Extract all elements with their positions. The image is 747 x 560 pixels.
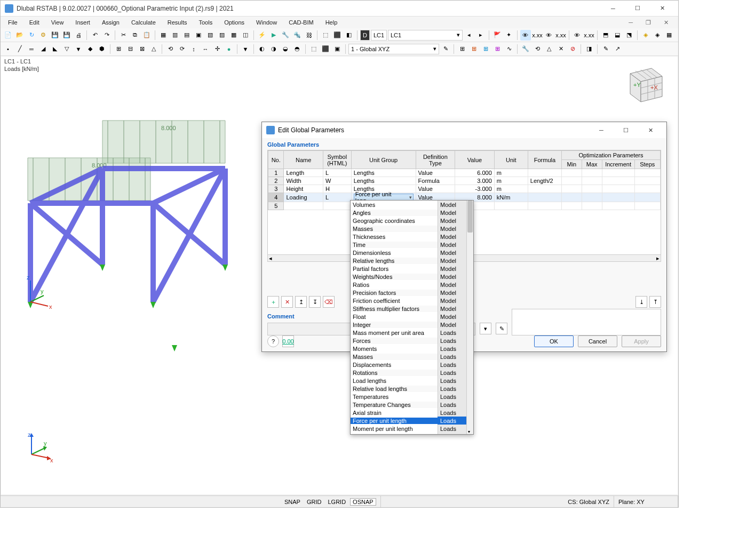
t2j-icon[interactable]: ⟲: [165, 44, 176, 54]
name-cell[interactable]: Loading: [284, 193, 323, 202]
disp3-icon[interactable]: 👁: [544, 30, 554, 41]
undo-icon[interactable]: ↶: [90, 30, 100, 41]
formula-cell[interactable]: [528, 185, 561, 193]
dialog-minimize-button[interactable]: ─: [590, 123, 613, 138]
t2f-icon[interactable]: ⬢: [97, 44, 107, 54]
dropdown-item[interactable]: Geographic coordinatesModel: [351, 217, 466, 225]
dropdown-item[interactable]: Relative lengthsModel: [351, 257, 466, 265]
refresh-icon[interactable]: ↻: [26, 30, 37, 41]
min-cell[interactable]: [561, 185, 582, 193]
deftype-cell[interactable]: Value: [416, 185, 455, 193]
symbol-cell[interactable]: [323, 202, 352, 210]
value-cell[interactable]: 6.000: [455, 169, 495, 177]
comment-edit-button[interactable]: ✎: [496, 323, 507, 334]
menu-cadbim[interactable]: CAD-BIM: [283, 18, 319, 27]
dropdown-item[interactable]: Partial factorsModel: [351, 265, 466, 273]
t2d-icon[interactable]: ▼: [73, 44, 84, 54]
col-deftype[interactable]: Definition Type: [416, 151, 455, 169]
t2c-icon[interactable]: ▽: [61, 44, 72, 54]
dropdown-item[interactable]: Temperature ChangesLoads: [351, 401, 466, 409]
grid1-icon[interactable]: ⊞: [457, 44, 467, 54]
flag-icon[interactable]: 🚩: [492, 30, 503, 41]
cancel-button[interactable]: Cancel: [578, 335, 617, 347]
snap-toggle[interactable]: SNAP: [282, 499, 303, 505]
t2m-icon[interactable]: ↔: [200, 44, 211, 54]
view3-icon[interactable]: ◧: [344, 30, 354, 41]
t2s-icon[interactable]: ◓: [292, 44, 303, 54]
dropdown-item[interactable]: IntegerModel: [351, 321, 466, 329]
max-cell[interactable]: [582, 202, 602, 210]
export-button[interactable]: ⤓: [635, 296, 647, 308]
dropdown-item[interactable]: FloatModel: [351, 313, 466, 321]
dropdown-item[interactable]: MassesModel: [351, 225, 466, 233]
steps-cell[interactable]: [634, 185, 660, 193]
col-unit[interactable]: Unit: [494, 151, 528, 169]
inc-cell[interactable]: [602, 177, 634, 185]
units-button[interactable]: 0.00: [282, 335, 294, 347]
tool-e-icon[interactable]: ▧: [205, 30, 216, 41]
maximize-button[interactable]: ☐: [626, 1, 649, 16]
dropdown-item[interactable]: TemperaturesLoads: [351, 393, 466, 401]
max-cell[interactable]: [582, 185, 602, 193]
unit-cell[interactable]: kN/m: [494, 193, 528, 202]
menu-options[interactable]: Options: [219, 18, 250, 27]
table-icon[interactable]: ▦: [664, 30, 674, 41]
value-cell[interactable]: 3.000: [455, 177, 495, 185]
dropdown-item[interactable]: Moment per unit lengthLoads: [351, 425, 466, 433]
loadcase-combo[interactable]: LC1▾: [388, 30, 463, 41]
value-cell[interactable]: -3.000: [455, 185, 495, 193]
tool-h-icon[interactable]: ◫: [240, 30, 251, 41]
steps-cell[interactable]: [634, 202, 660, 210]
cut-icon[interactable]: ✂: [118, 30, 129, 41]
formula-cell[interactable]: [528, 193, 561, 202]
unit-group-dropdown[interactable]: VolumesModelAnglesModelGeographic coordi…: [350, 200, 474, 435]
menu-help[interactable]: Help: [320, 18, 343, 27]
dialog-maximize-button[interactable]: ☐: [614, 123, 638, 138]
paste-icon[interactable]: 📋: [141, 30, 152, 41]
t2a-icon[interactable]: ◢: [38, 44, 49, 54]
col-no[interactable]: No.: [268, 151, 284, 169]
tool-b-icon[interactable]: ▥: [170, 30, 180, 41]
disp6-icon[interactable]: x.xx: [584, 30, 594, 41]
t2w-icon[interactable]: ✎: [440, 44, 451, 54]
minimize-button[interactable]: ─: [601, 1, 625, 16]
formula-cell[interactable]: [528, 169, 561, 177]
misc4-icon[interactable]: ✕: [555, 44, 566, 54]
t2o-icon[interactable]: ●: [224, 44, 234, 54]
calc4-icon[interactable]: ⛓: [304, 30, 314, 41]
calc3-icon[interactable]: 🔩: [292, 30, 303, 41]
row-header[interactable]: 3: [268, 185, 284, 193]
unit-cell[interactable]: m: [494, 185, 528, 193]
steps-cell[interactable]: [634, 177, 660, 185]
dropdown-item[interactable]: RotationsLoads: [351, 369, 466, 377]
star-icon[interactable]: ✦: [504, 30, 514, 41]
copy-icon[interactable]: ⧉: [130, 30, 140, 41]
dropdown-item[interactable]: VolumesModel: [351, 201, 466, 209]
move-down-button[interactable]: ↧: [309, 296, 321, 308]
steps-cell[interactable]: [634, 193, 660, 202]
menu-view[interactable]: View: [46, 18, 69, 27]
cube-icon[interactable]: ◈: [640, 30, 651, 41]
symbol-cell[interactable]: L: [323, 193, 352, 202]
next-icon[interactable]: ▸: [475, 30, 486, 41]
dropdown-item[interactable]: Axial strainLoads: [351, 409, 466, 417]
tool-f-icon[interactable]: ▨: [217, 30, 227, 41]
line-icon[interactable]: ╱: [14, 44, 25, 54]
t2t-icon[interactable]: ⬚: [308, 44, 319, 54]
dropdown-item[interactable]: AnglesModel: [351, 209, 466, 217]
dropdown-item[interactable]: Load lengthsLoads: [351, 377, 466, 385]
menu-results[interactable]: Results: [162, 18, 193, 27]
grid5-icon[interactable]: ∿: [504, 44, 514, 54]
col-opt[interactable]: Optimization Parameters: [561, 151, 660, 160]
dropdown-item[interactable]: Mass moment per unit areaLoads: [351, 329, 466, 337]
delete-row-button[interactable]: ✕: [281, 296, 293, 308]
calc2-icon[interactable]: 🔧: [280, 30, 291, 41]
symbol-cell[interactable]: W: [323, 177, 352, 185]
table-row[interactable]: 3HeightHLengthsValue-3.000m: [268, 185, 661, 193]
max-cell[interactable]: [582, 193, 602, 202]
menu-assign[interactable]: Assign: [97, 18, 125, 27]
t2p-icon[interactable]: ◐: [257, 44, 267, 54]
dropdown-item[interactable]: ForcesLoads: [351, 337, 466, 345]
add-row-button[interactable]: ＋: [267, 296, 279, 308]
formula-cell[interactable]: [528, 202, 561, 210]
